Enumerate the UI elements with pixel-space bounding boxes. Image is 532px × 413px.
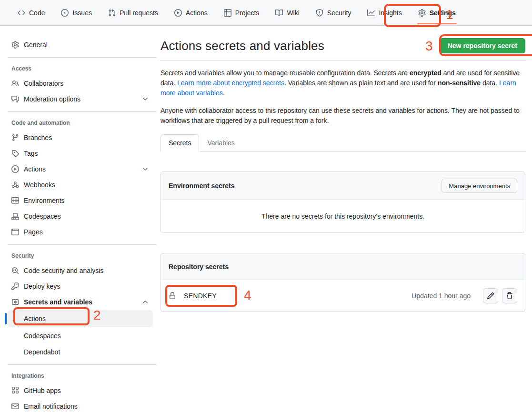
new-repository-secret-button[interactable]: New repository secret xyxy=(440,38,525,53)
lock-icon xyxy=(169,292,176,300)
sidebar-item-label: Codespaces xyxy=(24,212,61,220)
chevron-down-icon xyxy=(141,165,149,173)
sidebar-item-label: Webhooks xyxy=(24,181,55,189)
tab-actions[interactable]: Actions xyxy=(169,0,213,25)
key-icon xyxy=(11,282,19,290)
tab-pull-requests-label: Pull requests xyxy=(120,9,158,17)
sidebar-item-collaborators[interactable]: Collaborators xyxy=(8,76,153,91)
tab-wiki[interactable]: Wiki xyxy=(270,0,305,25)
sidebar-item-label: Environments xyxy=(24,197,65,204)
tab-settings-label: Settings xyxy=(430,9,456,17)
sidebar-item-label: Tags xyxy=(24,150,38,157)
repository-secrets-box: Repository secrets SENDKEY Updated 1 hou… xyxy=(161,253,525,312)
mail-icon xyxy=(11,403,19,410)
tab-wiki-label: Wiki xyxy=(287,9,299,17)
sidebar-item-branches[interactable]: Branches xyxy=(8,130,153,145)
sidebar-item-label: Actions xyxy=(24,315,46,322)
codespaces-icon xyxy=(11,212,19,220)
repository-secrets-title: Repository secrets xyxy=(169,263,229,271)
section-title-integrations: Integrations xyxy=(8,370,153,383)
issue-opened-icon xyxy=(61,9,69,17)
tag-icon xyxy=(11,150,19,157)
browser-icon xyxy=(11,228,19,236)
main-content: Actions secrets and variables New reposi… xyxy=(161,26,532,312)
secrets-variables-tabnav: Secrets Variables xyxy=(161,134,525,151)
sidebar-subitem-codespaces[interactable]: Codespaces xyxy=(8,328,153,343)
sidebar-item-code-security[interactable]: Code security and analysis xyxy=(8,263,153,278)
sidebar-item-environments[interactable]: Environments xyxy=(8,193,153,208)
tab-secrets[interactable]: Secrets xyxy=(161,134,199,151)
trash-icon xyxy=(506,292,513,300)
sidebar-item-general[interactable]: General xyxy=(8,37,153,52)
tab-projects[interactable]: Projects xyxy=(218,0,265,25)
secret-row: SENDKEY Updated 1 hour ago xyxy=(161,280,525,312)
tab-pull-requests[interactable]: Pull requests xyxy=(102,0,164,25)
environment-secrets-empty-message: There are no secrets for this repository… xyxy=(161,200,525,232)
tab-code[interactable]: Code xyxy=(12,0,50,25)
pencil-icon xyxy=(487,292,494,300)
divider xyxy=(8,364,157,365)
encrypted-secrets-link[interactable]: Learn more about encrypted secrets xyxy=(177,79,284,87)
gear-icon xyxy=(11,41,19,49)
manage-environments-button[interactable]: Manage environments xyxy=(442,179,517,193)
graph-icon xyxy=(367,9,375,17)
tab-security[interactable]: Security xyxy=(310,0,357,25)
divider xyxy=(8,244,157,245)
play-icon xyxy=(174,9,182,17)
table-icon xyxy=(224,9,231,17)
git-branch-icon xyxy=(11,134,19,141)
delete-secret-button[interactable] xyxy=(502,288,517,303)
shield-icon xyxy=(316,9,323,17)
sidebar-item-label: Branches xyxy=(24,134,52,141)
tab-insights-label: Insights xyxy=(379,9,402,17)
comment-discussion-icon xyxy=(11,95,19,103)
sidebar-item-codespaces[interactable]: Codespaces xyxy=(8,209,153,224)
sidebar-subitem-actions[interactable]: Actions xyxy=(8,310,153,327)
sidebar-item-label: Collaborators xyxy=(24,80,63,87)
environment-secrets-title: Environment secrets xyxy=(169,182,235,190)
secret-updated-timestamp: Updated 1 hour ago xyxy=(412,292,471,300)
sidebar-item-deploy-keys[interactable]: Deploy keys xyxy=(8,279,153,294)
git-pull-request-icon xyxy=(108,9,116,17)
apps-icon xyxy=(11,387,19,394)
tab-security-label: Security xyxy=(327,9,351,17)
tab-variables[interactable]: Variables xyxy=(199,134,242,151)
gear-icon xyxy=(418,9,426,17)
divider xyxy=(8,57,157,58)
server-icon xyxy=(11,197,19,204)
tab-insights[interactable]: Insights xyxy=(361,0,407,25)
sidebar-item-label: Moderation options xyxy=(24,95,80,103)
tab-actions-label: Actions xyxy=(186,9,208,17)
description-paragraph-2: Anyone with collaborator access to this … xyxy=(161,106,525,126)
edit-secret-button[interactable] xyxy=(483,288,498,303)
sidebar-item-pages[interactable]: Pages xyxy=(8,224,153,240)
tab-issues-label: Issues xyxy=(72,9,91,17)
sidebar-item-webhooks[interactable]: Webhooks xyxy=(8,177,153,192)
codescan-icon xyxy=(11,267,19,274)
sidebar-item-moderation-options[interactable]: Moderation options xyxy=(8,91,153,107)
sidebar-item-tags[interactable]: Tags xyxy=(8,146,153,161)
repo-nav: Code Issues Pull requests Actions Projec… xyxy=(0,0,532,26)
page-title: Actions secrets and variables xyxy=(161,39,324,53)
sidebar-item-label: Email notifications xyxy=(24,403,78,410)
sidebar-item-label: GitHub apps xyxy=(24,387,61,394)
webhook-icon xyxy=(11,181,19,189)
sidebar-item-actions[interactable]: Actions xyxy=(8,161,153,177)
secret-name: SENDKEY xyxy=(184,292,217,300)
tab-settings[interactable]: Settings xyxy=(412,0,462,25)
sidebar-item-github-apps[interactable]: GitHub apps xyxy=(8,383,153,398)
divider xyxy=(161,60,525,60)
people-icon xyxy=(11,80,19,87)
active-tab-underline xyxy=(417,23,457,24)
description-paragraph-1: Secrets and variables allow you to manag… xyxy=(161,68,525,98)
sidebar-item-label: Pages xyxy=(24,228,43,236)
chevron-down-icon xyxy=(141,95,149,103)
sidebar-item-secrets-and-variables[interactable]: Secrets and variables xyxy=(8,294,153,310)
tab-issues[interactable]: Issues xyxy=(55,0,97,25)
section-title-access: Access xyxy=(8,62,153,76)
sidebar-subitem-dependabot[interactable]: Dependabot xyxy=(8,344,153,360)
chevron-up-icon xyxy=(141,298,149,306)
sidebar-item-label: Deploy keys xyxy=(24,282,60,290)
tab-code-label: Code xyxy=(29,9,45,17)
sidebar-item-email-notifications[interactable]: Email notifications xyxy=(8,399,153,413)
